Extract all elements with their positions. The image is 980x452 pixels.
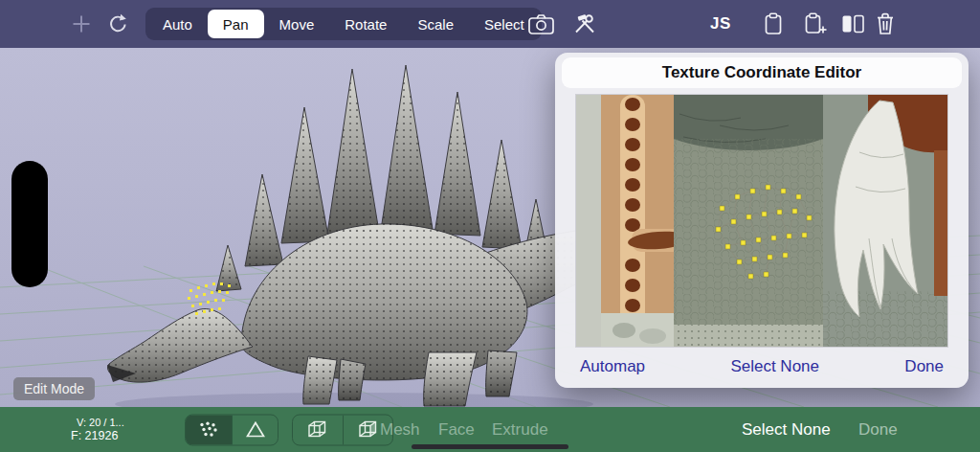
- paste-button[interactable]: [764, 12, 783, 35]
- home-indicator[interactable]: [412, 444, 568, 449]
- panel-select-none-button[interactable]: Select None: [730, 357, 819, 376]
- mirror-icon: [840, 13, 865, 34]
- panel-button-row: Automap Select None Done: [555, 346, 969, 388]
- top-toolbar: Auto Pan Move Rotate Scale Select: [0, 0, 980, 48]
- viewport-3d[interactable]: Edit Mode Texture Coordinate Editor: [0, 48, 980, 407]
- face-button[interactable]: Face: [438, 420, 475, 440]
- copy-add-button[interactable]: [804, 12, 828, 35]
- trash-icon: [875, 12, 896, 35]
- texture-coordinate-editor-panel: Texture Coordinate Editor: [555, 53, 969, 388]
- mesh-stats: V: 20 / 1... F: 21926: [71, 416, 124, 442]
- edit-mode-badge: Edit Mode: [13, 377, 95, 400]
- app-window: Auto Pan Move Rotate Scale Select: [0, 0, 980, 452]
- automap-button[interactable]: Automap: [580, 357, 645, 376]
- vertex-mode-button[interactable]: [186, 415, 232, 444]
- triangle-mode-button[interactable]: [232, 415, 278, 444]
- segment-scale[interactable]: Scale: [402, 10, 469, 38]
- mirror-button[interactable]: [840, 13, 865, 34]
- redo-icon: [107, 13, 129, 35]
- segment-rotate[interactable]: Rotate: [329, 10, 402, 38]
- cube-extrude-icon: [357, 419, 380, 441]
- clipboard-icon: [764, 12, 783, 35]
- delete-button[interactable]: [875, 12, 896, 35]
- camera-button[interactable]: [528, 13, 554, 34]
- side-handle[interactable]: [11, 161, 48, 287]
- element-mode-group: [185, 414, 278, 445]
- redo-button[interactable]: [107, 13, 129, 35]
- cube-tool-group: [292, 414, 393, 445]
- add-button[interactable]: [71, 13, 92, 34]
- panel-header: Texture Coordinate Editor: [562, 57, 962, 88]
- segment-auto[interactable]: Auto: [147, 10, 208, 38]
- triangle-icon: [246, 421, 265, 439]
- cube-tool-button[interactable]: [293, 415, 343, 444]
- mode-segmented-control: Auto Pan Move Rotate Scale Select: [145, 8, 542, 40]
- segment-pan[interactable]: Pan: [208, 10, 264, 38]
- tools-icon: [572, 13, 597, 34]
- plus-icon: [71, 13, 92, 34]
- vertex-count: V: 20 / 1...: [71, 416, 124, 428]
- panel-title: Texture Coordinate Editor: [662, 63, 861, 82]
- tools-button[interactable]: [572, 13, 597, 34]
- segment-move[interactable]: Move: [264, 10, 330, 38]
- cube-icon: [306, 419, 329, 441]
- camera-icon: [528, 13, 554, 34]
- bottom-select-none-button[interactable]: Select None: [742, 420, 831, 440]
- js-button[interactable]: JS: [710, 14, 731, 34]
- vertices-icon: [198, 421, 219, 439]
- bottom-done-button[interactable]: Done: [858, 420, 898, 440]
- copy-add-icon: [804, 12, 828, 35]
- texture-image[interactable]: [576, 95, 948, 348]
- uv-texture-view[interactable]: [575, 94, 948, 348]
- extrude-button[interactable]: Extrude: [492, 420, 548, 440]
- panel-done-button[interactable]: Done: [904, 357, 944, 376]
- face-count: F: 21926: [71, 429, 118, 443]
- mesh-button[interactable]: Mesh: [380, 420, 420, 440]
